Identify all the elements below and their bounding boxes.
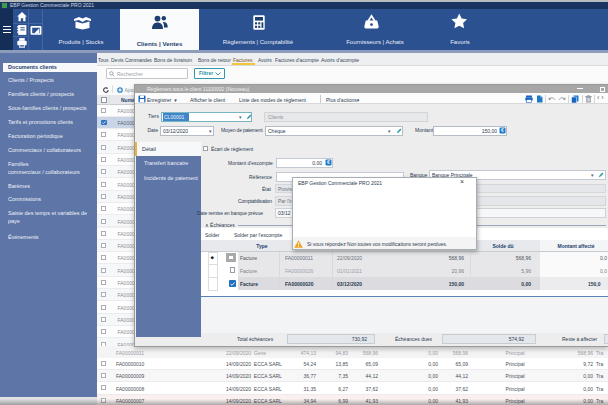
- svg-text:€: €: [501, 127, 504, 133]
- svg-text:€: €: [327, 159, 330, 165]
